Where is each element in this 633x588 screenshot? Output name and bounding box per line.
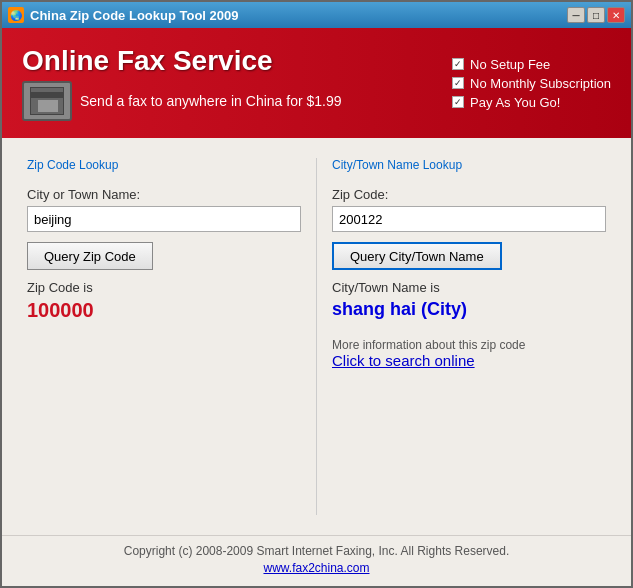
- header-left: Online Fax Service Send a fax to anywher…: [22, 45, 342, 121]
- left-result-value: 100000: [27, 299, 301, 322]
- header-banner: Online Fax Service Send a fax to anywher…: [2, 28, 631, 138]
- main-window: 🌏 China Zip Code Lookup Tool 2009 ─ □ ✕ …: [0, 0, 633, 588]
- app-icon: 🌏: [8, 7, 24, 23]
- search-online-link[interactable]: Click to search online: [332, 352, 475, 369]
- feature-label-1: No Setup Fee: [470, 57, 550, 72]
- right-result-value: shang hai (City): [332, 299, 606, 320]
- more-info-section: More information about this zip code Cli…: [332, 330, 606, 370]
- city-input[interactable]: [27, 206, 301, 232]
- footer-copyright: Copyright (c) 2008-2009 Smart Internet F…: [12, 544, 621, 558]
- header-tagline: Send a fax to anywhere in China for $1.9…: [80, 93, 342, 109]
- footer-link[interactable]: www.fax2china.com: [263, 561, 369, 575]
- right-field-label: Zip Code:: [332, 187, 606, 202]
- feature-checkbox-2: ✓: [452, 77, 464, 89]
- header-features: ✓ No Setup Fee ✓ No Monthly Subscription…: [452, 57, 611, 110]
- query-zip-code-button[interactable]: Query Zip Code: [27, 242, 153, 270]
- title-bar: 🌏 China Zip Code Lookup Tool 2009 ─ □ ✕: [2, 2, 631, 28]
- close-button[interactable]: ✕: [607, 7, 625, 23]
- feature-3: ✓ Pay As You Go!: [452, 95, 611, 110]
- zipcode-input[interactable]: [332, 206, 606, 232]
- right-result: City/Town Name is shang hai (City): [332, 280, 606, 320]
- footer: Copyright (c) 2008-2009 Smart Internet F…: [2, 535, 631, 586]
- main-content: Zip Code Lookup City or Town Name: Query…: [2, 138, 631, 535]
- header-sub: Send a fax to anywhere in China for $1.9…: [22, 81, 342, 121]
- maximize-button[interactable]: □: [587, 7, 605, 23]
- feature-checkbox-3: ✓: [452, 96, 464, 108]
- feature-label-2: No Monthly Subscription: [470, 76, 611, 91]
- left-result-label: Zip Code is: [27, 280, 301, 295]
- feature-checkbox-1: ✓: [452, 58, 464, 70]
- right-result-label: City/Town Name is: [332, 280, 606, 295]
- left-button-row: Query Zip Code: [27, 242, 301, 270]
- query-city-button[interactable]: Query City/Town Name: [332, 242, 502, 270]
- feature-1: ✓ No Setup Fee: [452, 57, 611, 72]
- left-panel-title: Zip Code Lookup: [27, 158, 301, 172]
- feature-2: ✓ No Monthly Subscription: [452, 76, 611, 91]
- fax-icon: [22, 81, 72, 121]
- feature-label-3: Pay As You Go!: [470, 95, 560, 110]
- left-field-label: City or Town Name:: [27, 187, 301, 202]
- header-title: Online Fax Service: [22, 45, 342, 77]
- right-panel-title: City/Town Name Lookup: [332, 158, 606, 172]
- right-field-group: Zip Code:: [332, 187, 606, 232]
- fax-icon-inner: [30, 87, 64, 115]
- title-bar-left: 🌏 China Zip Code Lookup Tool 2009: [8, 7, 239, 23]
- more-info-label: More information about this zip code: [332, 338, 606, 352]
- minimize-button[interactable]: ─: [567, 7, 585, 23]
- left-panel: Zip Code Lookup City or Town Name: Query…: [12, 148, 316, 525]
- window-title: China Zip Code Lookup Tool 2009: [30, 8, 239, 23]
- title-controls[interactable]: ─ □ ✕: [567, 7, 625, 23]
- right-panel: City/Town Name Lookup Zip Code: Query Ci…: [317, 148, 621, 525]
- left-field-group: City or Town Name:: [27, 187, 301, 232]
- left-result: Zip Code is 100000: [27, 280, 301, 322]
- right-button-row: Query City/Town Name: [332, 242, 606, 270]
